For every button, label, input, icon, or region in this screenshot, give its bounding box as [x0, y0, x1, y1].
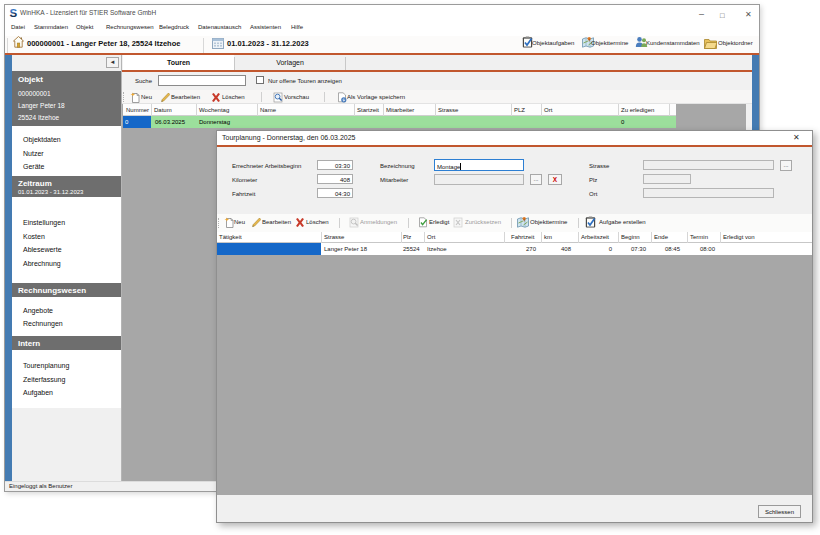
- svg-text:S: S: [10, 7, 18, 19]
